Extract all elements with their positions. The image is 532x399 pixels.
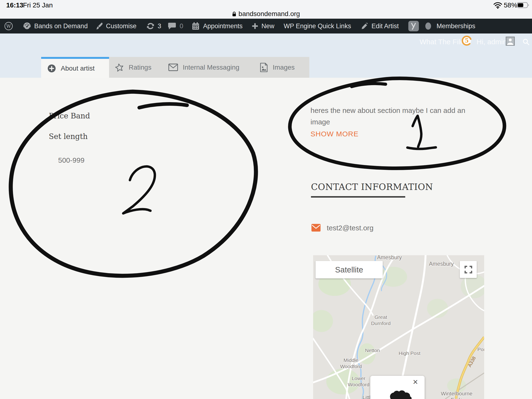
admin-site-menu[interactable]: Bands on Demand [23,19,88,33]
satellite-view-button[interactable]: Satellite [316,261,383,279]
tab-images[interactable]: Images [249,57,309,78]
profile-tabs: About artist Ratings Internal Messaging … [41,57,309,78]
tab-about-artist[interactable]: About artist [41,57,109,78]
annotation-circle-1-overlap [352,83,386,87]
memberships-label: Memberships [437,22,475,30]
map-label-amesbury: Amesbury [429,261,454,267]
url-text: bandsondemand.org [239,10,300,18]
admin-wp-engine[interactable]: WP Engine Quick Links [284,19,351,33]
map-label-amesbury-top: Amesbury [377,255,402,260]
show-more-link[interactable]: SHOW MORE [310,130,359,138]
annotation-number-2 [123,166,155,213]
wordpress-logo-icon: W [4,22,13,31]
calendar-icon [191,22,200,30]
plus-icon [252,23,258,29]
map-label-lower-woodford: Lower Woodford [346,375,371,388]
about-section-text: heres the new about section maybe I can … [310,105,480,128]
set-length-label: Set length [49,132,88,141]
star-icon [114,63,124,72]
pencil-icon [361,22,368,30]
admin-comments[interactable]: 0 [167,19,183,33]
date: Fri 25 Jan [23,1,53,9]
yoast-seo-icon [408,21,419,32]
plus-circle-icon [47,64,56,73]
map-label-netton: Netton [365,347,380,354]
admin-appointments[interactable]: Appointments [191,19,243,33]
ipad-safari-screen: 16:13 Fri 25 Jan 58% bandsondemand.org [0,0,532,399]
admin-memberships[interactable]: Memberships [437,19,475,33]
user-silhouette-icon [507,37,514,45]
appointments-label: Appointments [203,22,243,30]
price-band-value: 500-999 [58,156,84,164]
tab-internal-messaging[interactable]: Internal Messaging [160,57,249,78]
annotation-circle-2-overlap [139,104,187,108]
map-label-middle-woodford: Middle Woodford [338,357,364,370]
tab-messaging-label: Internal Messaging [183,64,240,71]
contact-heading: CONTACT INFORMATION [311,182,433,192]
fullscreen-button[interactable] [460,261,477,278]
contact-heading-rule [311,196,405,198]
fullscreen-icon [465,266,472,273]
admin-new[interactable]: New [252,19,274,33]
info-window-image [386,390,413,399]
wp-engine-label: WP Engine Quick Links [284,22,351,30]
tab-ratings[interactable]: Ratings [109,57,160,78]
map-info-window: × [370,376,424,399]
contact-email[interactable]: test2@test.org [327,224,374,232]
svg-text:5: 5 [465,37,469,44]
paintbrush-icon [96,22,103,30]
map-label-winterbourne: Winterbourne Earls [439,391,475,399]
site-name-label: Bands on Demand [34,22,88,30]
map-type-control: Map Satellite [316,261,383,279]
what-the-file-label: What The File [420,38,464,46]
edit-artist-label: Edit Artist [372,22,399,30]
tab-about-label: About artist [61,65,95,72]
dashboard-gauge-icon [23,22,31,30]
email-envelope-icon [311,224,321,232]
admin-edit-artist[interactable]: Edit Artist [361,19,399,33]
annotation-circle-2 [11,92,256,276]
admin-updates[interactable]: 3 [146,19,161,33]
wifi-icon [493,2,502,9]
notification-dot-icon [425,22,431,30]
wp-admin-bar: W Bands on Demand Customise [0,19,532,33]
admin-customise[interactable]: Customise [96,19,137,33]
clock: 16:13 [6,1,23,9]
battery-icon [517,2,530,9]
map-label-high-post: High Post [399,350,420,356]
avatar[interactable] [506,37,515,46]
tab-ratings-label: Ratings [129,64,152,71]
search-icon[interactable] [522,38,530,45]
padlock-icon [232,11,236,17]
wp-logo-menu[interactable]: W [4,19,13,33]
comment-bubble-icon [167,22,177,30]
envelope-icon [168,64,178,71]
svg-text:W: W [6,23,11,29]
close-icon[interactable]: × [413,378,418,386]
update-arrows-icon [146,22,155,30]
updates-count: 3 [158,22,161,30]
greeting-label: Hi, admin [476,38,507,46]
browser-chrome: 16:13 Fri 25 Jan 58% bandsondemand.org [0,0,532,19]
image-file-icon [260,63,268,72]
map-label-great-durnford: Great Durnford [368,314,394,327]
admin-yoast[interactable] [408,19,431,33]
google-map[interactable]: Amesbury Amesbury Great Durnford Netton … [313,255,484,399]
map-label-porton: Por [477,346,484,353]
battery-percent: 58% [504,1,517,9]
new-label: New [261,22,274,30]
plugin-logo-icon: 5 [461,35,472,46]
comments-count: 0 [180,22,183,30]
price-band-label: Price Band [49,111,90,120]
customise-label: Customise [106,22,137,30]
address-bar[interactable]: bandsondemand.org [0,9,532,19]
tab-images-label: Images [273,64,295,71]
